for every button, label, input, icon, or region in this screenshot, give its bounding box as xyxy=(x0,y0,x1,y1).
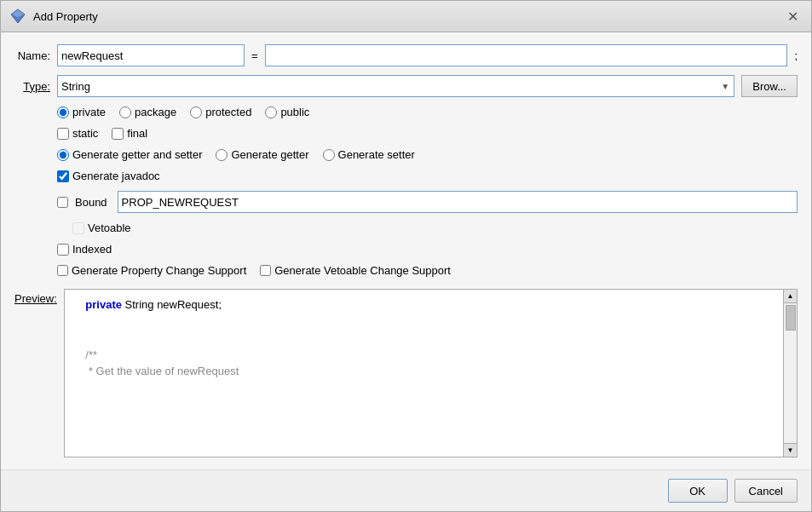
code-line-comment1: /** xyxy=(73,347,775,364)
modifier-group: static final xyxy=(14,127,798,140)
type-row: Type: String int boolean double Brow... xyxy=(14,75,798,97)
cancel-button[interactable]: Cancel xyxy=(734,479,798,503)
protected-label: protected xyxy=(205,106,251,118)
title-bar-left: Add Property xyxy=(9,8,98,25)
getter-setter-label: Generate getter and setter xyxy=(72,148,202,161)
private-label: private xyxy=(72,106,106,118)
bound-checkbox[interactable] xyxy=(57,197,68,208)
scrollbar-thumb[interactable] xyxy=(786,305,796,331)
keyword-private: private xyxy=(85,298,122,311)
code-text-1: String newRequest; xyxy=(122,298,222,311)
vetoable-change-label: Generate Vetoable Change Support xyxy=(274,264,451,277)
name-label: Name: xyxy=(14,49,50,62)
change-support-row: Generate Property Change Support Generat… xyxy=(14,264,798,277)
code-line-1: private String newRequest; xyxy=(73,296,775,314)
javadoc-label: Generate javadoc xyxy=(72,170,160,182)
bound-label: Bound xyxy=(75,196,107,209)
preview-section: Preview: private String newRequest; /** … xyxy=(14,289,798,457)
package-label: package xyxy=(135,106,176,118)
semicolon: ; xyxy=(794,49,798,62)
property-change-checkbox[interactable] xyxy=(57,265,68,276)
radio-getter[interactable]: Generate getter xyxy=(216,148,308,161)
radio-setter[interactable]: Generate setter xyxy=(323,148,415,161)
value-input[interactable] xyxy=(265,44,788,66)
close-button[interactable]: ✕ xyxy=(782,6,803,26)
scrollbar-down-button[interactable]: ▼ xyxy=(784,443,797,457)
name-row: Name: = ; xyxy=(14,44,798,66)
code-line-comment2: * Get the value of newRequest xyxy=(73,363,775,380)
final-label: final xyxy=(127,127,147,140)
comment-open: /** xyxy=(73,348,97,361)
radio-getter-setter[interactable]: Generate getter and setter xyxy=(57,148,202,161)
equals-sign: = xyxy=(251,49,258,62)
dialog-body: Name: = ; Type: String int boolean doubl… xyxy=(1,32,811,469)
comment-get: * Get the value of newRequest xyxy=(73,365,239,377)
code-line-blank2 xyxy=(73,330,775,347)
type-select[interactable]: String int boolean double xyxy=(57,75,734,97)
vetoable-label: Vetoable xyxy=(88,221,131,234)
access-modifier-group: private package protected public xyxy=(14,106,798,118)
javadoc-check[interactable]: Generate javadoc xyxy=(57,170,160,182)
getter-setter-group: Generate getter and setter Generate gett… xyxy=(14,148,798,161)
static-check[interactable]: static xyxy=(57,127,98,140)
indexed-label: Indexed xyxy=(72,243,112,256)
bound-row: Bound xyxy=(14,191,798,213)
code-line-blank xyxy=(73,314,775,331)
dialog-footer: OK Cancel xyxy=(1,469,811,511)
ok-button[interactable]: OK xyxy=(668,479,728,503)
bound-input[interactable] xyxy=(118,191,798,213)
type-select-wrapper: String int boolean double xyxy=(57,75,734,97)
browse-button[interactable]: Brow... xyxy=(741,75,798,97)
indexed-check[interactable]: Indexed xyxy=(57,243,798,256)
final-check[interactable]: final xyxy=(112,127,147,140)
radio-package[interactable]: package xyxy=(119,106,176,118)
static-label: static xyxy=(72,127,98,140)
indexed-row: Indexed xyxy=(14,243,798,256)
scrollbar-track xyxy=(784,303,797,443)
vetoable-row: Vetoable xyxy=(14,221,798,234)
name-input[interactable] xyxy=(57,44,245,66)
javadoc-row: Generate javadoc xyxy=(14,170,798,182)
title-bar: Add Property ✕ xyxy=(1,1,811,32)
vetoable-check: Vetoable xyxy=(72,221,798,234)
radio-protected[interactable]: protected xyxy=(190,106,251,118)
preview-code-area: private String newRequest; /** * Get the… xyxy=(64,289,798,457)
setter-label: Generate setter xyxy=(338,148,415,161)
scrollbar-up-button[interactable]: ▲ xyxy=(784,290,797,303)
property-change-label: Generate Property Change Support xyxy=(72,264,246,277)
getter-label: Generate getter xyxy=(231,148,308,161)
type-label: Type: xyxy=(14,80,50,93)
dialog-title: Add Property xyxy=(33,10,98,23)
preview-code-inner: private String newRequest; /** * Get the… xyxy=(65,290,783,457)
preview-vertical-scrollbar[interactable]: ▲ ▼ xyxy=(783,290,797,457)
radio-public[interactable]: public xyxy=(265,106,309,118)
vetoable-change-checkbox[interactable] xyxy=(260,265,271,276)
add-property-dialog: Add Property ✕ Name: = ; Type: String in… xyxy=(0,0,812,512)
radio-private[interactable]: private xyxy=(57,106,106,118)
dialog-icon xyxy=(9,8,26,25)
public-label: public xyxy=(280,106,309,118)
preview-label: Preview: xyxy=(14,289,57,457)
